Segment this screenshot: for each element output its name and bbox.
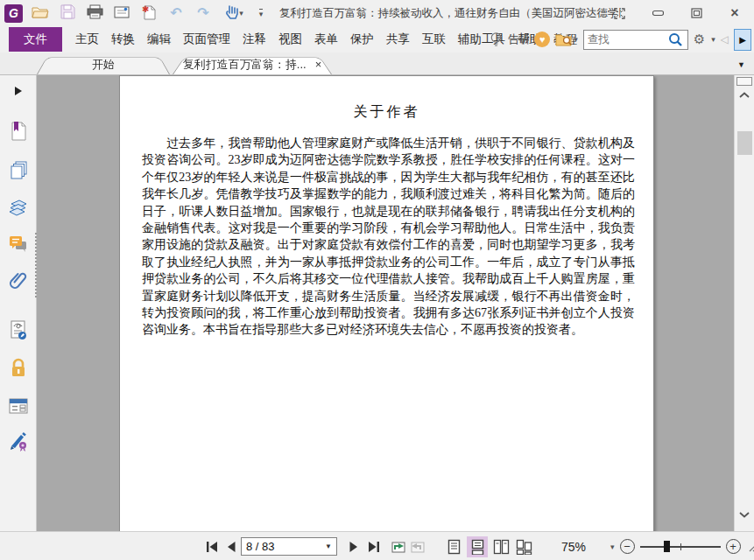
last-page-button[interactable] xyxy=(363,537,383,556)
sign-panel-button[interactable] xyxy=(8,430,29,452)
customize-toolbar-button[interactable]: ▾ xyxy=(255,4,267,23)
pdf-page[interactable]: 关于作者 过去多年，我曾帮助他人管理家庭财产或降低生活开销，供职于不同银行、贷款… xyxy=(119,75,654,531)
layout-continuous-button[interactable] xyxy=(467,536,488,557)
tab-list-caret-icon[interactable]: ▼ xyxy=(737,60,745,69)
next-page-button[interactable] xyxy=(344,537,363,556)
scroll-up-icon[interactable] xyxy=(738,88,750,102)
bookmarks-icon xyxy=(9,121,28,142)
favorites-heart-icon[interactable]: ♥ xyxy=(534,32,550,47)
zoom-level-label[interactable]: 75% xyxy=(561,540,586,554)
menu-convert[interactable]: 转换 xyxy=(105,27,141,52)
menu-view[interactable]: 视图 xyxy=(272,27,308,52)
split-view-handle[interactable] xyxy=(736,77,752,86)
vertical-scrollbar[interactable] xyxy=(734,75,754,531)
zoom-out-button[interactable]: − xyxy=(620,539,635,554)
previous-view-button[interactable] xyxy=(388,537,407,556)
window-controls: × xyxy=(600,0,754,26)
search-in-folder-button[interactable]: ▾ xyxy=(555,32,578,46)
continuous-page-icon xyxy=(471,539,484,555)
hand-tool-button[interactable]: ▾ xyxy=(221,4,247,23)
print-button[interactable] xyxy=(85,4,104,23)
first-page-icon xyxy=(206,541,219,553)
menubar-right-tools: 告诉 ♥ ▾ ⚙ ▾ ◁ ▶ xyxy=(490,26,751,52)
scroll-down-icon[interactable] xyxy=(738,508,750,521)
document-paragraph: 过去多年，我曾帮助他人管理家庭财产或降低生活开销，供职于不同银行、贷款机构及投资… xyxy=(120,135,653,339)
foxit-logo-icon[interactable]: G xyxy=(4,4,23,23)
sign-pen-icon xyxy=(8,430,29,452)
status-bar: 8 / 83 ▼ xyxy=(0,531,754,560)
menu-bar: 文件 主页 转换 编辑 页面管理 注释 视图 表单 保护 共享 互联 辅助工具 … xyxy=(0,26,754,52)
bookmarks-panel-button[interactable] xyxy=(8,121,29,142)
find-input[interactable] xyxy=(588,33,668,46)
menu-organize[interactable]: 页面管理 xyxy=(177,27,236,52)
zoom-slider-handle[interactable] xyxy=(664,541,670,552)
form-fields-panel-button[interactable] xyxy=(8,396,29,416)
comments-panel-button[interactable] xyxy=(8,234,29,255)
close-button[interactable]: × xyxy=(715,0,754,26)
restore-button[interactable] xyxy=(677,0,715,26)
zoom-caret-icon[interactable]: ▾ xyxy=(610,542,615,551)
settings-gear-icon[interactable]: ⚙ xyxy=(694,32,705,47)
next-view-button[interactable] xyxy=(407,537,426,556)
tab-start[interactable]: 开始 xyxy=(37,54,170,74)
create-pdf-button[interactable]: ✱ xyxy=(139,4,159,23)
tell-me-label[interactable]: 告诉 xyxy=(508,32,529,47)
attachments-panel-button[interactable] xyxy=(8,270,29,291)
page-thumbnails-panel-button[interactable] xyxy=(8,159,29,180)
foxit-reader-window: G xyxy=(0,0,754,560)
fullscreen-button[interactable] xyxy=(600,0,638,26)
search-icon[interactable] xyxy=(668,32,683,47)
continuous-facing-icon xyxy=(516,539,533,555)
expand-panel-button[interactable] xyxy=(8,80,29,102)
menu-home[interactable]: 主页 xyxy=(69,27,105,52)
security-panel-button[interactable] xyxy=(8,358,29,379)
layout-continuous-facing-button[interactable] xyxy=(514,536,535,557)
menu-share[interactable]: 共享 xyxy=(380,27,416,52)
page-number-combobox[interactable]: 8 / 83 ▼ xyxy=(241,537,337,556)
settings-caret-icon[interactable]: ▾ xyxy=(711,35,715,44)
attachment-icon xyxy=(9,270,28,291)
tab-close-icon[interactable]: × xyxy=(315,58,322,71)
document-viewport[interactable]: 关于作者 过去多年，我曾帮助他人管理家庭财产或降低生活开销，供职于不同银行、贷款… xyxy=(37,75,734,531)
resize-grip-icon[interactable] xyxy=(748,541,754,552)
scrollbar-thumb[interactable] xyxy=(737,131,752,155)
document-tab-bar: 开始 复利打造百万富翁：持... × ▼ xyxy=(0,52,754,75)
form-fields-icon xyxy=(8,397,29,415)
digital-signatures-panel-button[interactable] xyxy=(8,319,29,340)
email-button[interactable] xyxy=(112,4,131,23)
redo-button[interactable]: ↷ xyxy=(194,4,213,23)
customize-caret-icon: ▾ xyxy=(259,9,264,18)
previous-page-button[interactable] xyxy=(222,537,241,556)
ribbon-expand-button[interactable]: ▶ xyxy=(734,29,751,51)
first-page-button[interactable] xyxy=(202,537,222,556)
redo-icon: ↷ xyxy=(197,6,208,20)
open-file-button[interactable] xyxy=(31,4,50,23)
title-bar: G xyxy=(0,0,754,26)
layers-icon xyxy=(8,198,29,217)
previous-page-icon xyxy=(226,541,236,553)
save-button[interactable] xyxy=(58,4,77,23)
layers-panel-button[interactable] xyxy=(8,197,29,218)
menu-protect[interactable]: 保护 xyxy=(344,27,380,52)
navigation-panel xyxy=(0,75,37,531)
undo-button[interactable]: ↶ xyxy=(166,4,186,23)
menu-edit[interactable]: 编辑 xyxy=(141,27,177,52)
quick-access-toolbar: G xyxy=(0,4,267,23)
zoom-slider[interactable] xyxy=(640,546,721,548)
fullscreen-icon xyxy=(614,8,625,19)
menu-connect[interactable]: 互联 xyxy=(416,27,452,52)
menu-comment[interactable]: 注释 xyxy=(236,27,272,52)
layout-single-page-button[interactable] xyxy=(443,536,464,557)
zoom-in-button[interactable]: + xyxy=(726,539,741,554)
undo-icon: ↶ xyxy=(170,6,181,20)
page-indicator: 8 / 83 xyxy=(246,540,275,553)
next-page-icon xyxy=(349,541,359,553)
layout-facing-button[interactable] xyxy=(490,536,511,557)
minimize-icon xyxy=(652,10,664,17)
window-title: 复利打造百万富翁：持续被动收入，通往财务自由（美国迈阿密达德学院数学系教授... xyxy=(279,6,621,21)
menu-form[interactable]: 表单 xyxy=(308,27,344,52)
tab-start-label: 开始 xyxy=(92,57,115,73)
file-menu-button[interactable]: 文件 xyxy=(9,27,62,52)
minimize-button[interactable] xyxy=(638,0,677,26)
tab-document[interactable]: 复利打造百万富翁：持... × xyxy=(173,54,332,74)
